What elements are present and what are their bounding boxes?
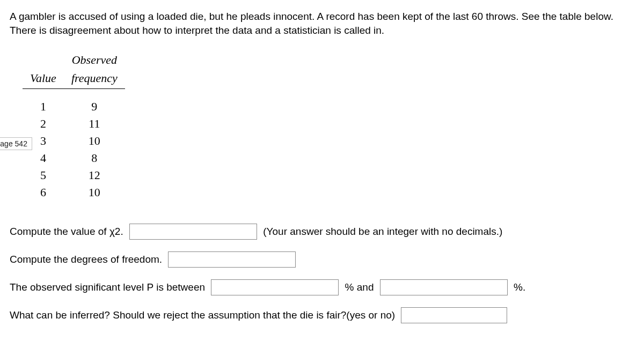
- table-row: 19: [23, 98, 125, 115]
- reject-input[interactable]: [401, 307, 507, 323]
- p-lower-input[interactable]: [211, 279, 339, 295]
- frequency-table-wrap: Value Observed frequency 19 211 310 48 5…: [23, 52, 634, 201]
- p-upper-input[interactable]: [380, 279, 508, 295]
- q3-label-post: %.: [511, 281, 525, 293]
- table-row: 48: [23, 150, 125, 167]
- frequency-table: Value Observed frequency 19 211 310 48 5…: [23, 52, 125, 201]
- page-reference-tag: Page 542: [0, 137, 32, 150]
- q2-label: Compute the degrees of freedom.: [10, 254, 165, 265]
- table-row: 310: [23, 132, 125, 150]
- dof-input[interactable]: [168, 251, 296, 268]
- question-p-level: The observed significant level P is betw…: [10, 279, 634, 295]
- q4-label: What can be inferred? Should we reject t…: [10, 309, 398, 321]
- q1-label-pre: Compute the value of χ2.: [10, 226, 126, 238]
- col-header-frequency: frequency: [64, 70, 125, 89]
- col-header-observed: Observed: [64, 52, 125, 70]
- table-row: 512: [23, 167, 125, 184]
- question-chi2: Compute the value of χ2. (Your answer sh…: [10, 224, 634, 240]
- col-header-value: Value: [23, 52, 64, 89]
- table-row: 211: [23, 115, 125, 132]
- problem-statement: A gambler is accused of using a loaded d…: [10, 10, 634, 37]
- table-row: 610: [23, 184, 125, 201]
- q1-label-post: (Your answer should be an integer with n…: [260, 226, 502, 238]
- q3-label-mid: % and: [342, 281, 376, 293]
- question-inference: What can be inferred? Should we reject t…: [10, 307, 634, 323]
- chi2-input[interactable]: [129, 224, 257, 240]
- question-dof: Compute the degrees of freedom.: [10, 251, 634, 268]
- q3-label-pre: The observed significant level P is betw…: [10, 281, 208, 293]
